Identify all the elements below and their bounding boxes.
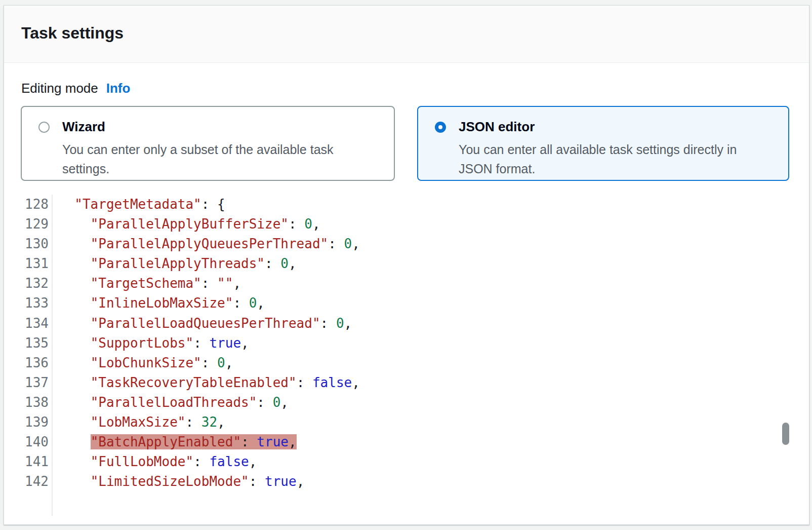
panel-header: Task settings bbox=[4, 6, 809, 63]
code-line-129[interactable]: 129 "ParallelApplyBufferSize": 0, bbox=[4, 214, 790, 234]
code-line-138[interactable]: 138 "ParallelLoadThreads": 0, bbox=[4, 393, 790, 412]
radio-selected-icon[interactable] bbox=[435, 122, 446, 133]
tile-json-editor-description: You can enter all available task setting… bbox=[459, 140, 762, 178]
radio-unselected-icon[interactable] bbox=[38, 122, 50, 133]
line-number[interactable]: 129 bbox=[4, 214, 53, 234]
code-text[interactable]: "InlineLobMaxSize": 0, bbox=[53, 293, 790, 313]
code-line-132[interactable]: 132 "TargetSchema": "", bbox=[4, 274, 790, 293]
tile-json-editor[interactable]: JSON editor You can enter all available … bbox=[417, 106, 789, 181]
line-number[interactable]: 136 bbox=[4, 353, 53, 373]
code-line-142[interactable]: 142 "LimitedSizeLobMode": true, bbox=[4, 472, 790, 491]
line-number[interactable]: 138 bbox=[4, 393, 53, 412]
tile-json-editor-head: JSON editor bbox=[435, 119, 774, 135]
editing-mode-label: Editing mode bbox=[21, 81, 98, 96]
highlighted-text: "BatchApplyEnabled": true, bbox=[91, 434, 297, 449]
line-number[interactable]: 131 bbox=[4, 254, 53, 274]
tile-wizard-head: Wizard bbox=[38, 119, 380, 135]
code-text[interactable]: "SupportLobs": true, bbox=[53, 333, 790, 353]
scrollbar-thumb[interactable] bbox=[782, 423, 789, 445]
line-number[interactable]: 140 bbox=[4, 432, 53, 452]
page-title: Task settings bbox=[21, 24, 124, 43]
code-text[interactable]: "ParallelLoadThreads": 0, bbox=[53, 393, 790, 412]
line-number[interactable]: 128 bbox=[4, 195, 53, 214]
code-text[interactable]: "BatchApplyEnabled": true, bbox=[53, 432, 790, 452]
line-number[interactable]: 139 bbox=[4, 412, 53, 432]
code-line-141[interactable]: 141 "FullLobMode": false, bbox=[4, 452, 790, 472]
code-line-139[interactable]: 139 "LobMaxSize": 32, bbox=[4, 412, 790, 432]
tile-wizard-title: Wizard bbox=[62, 119, 105, 135]
code-text[interactable]: "ParallelApplyQueuesPerThread": 0, bbox=[53, 234, 790, 254]
tile-wizard-description: You can enter only a subset of the avail… bbox=[62, 140, 366, 178]
editing-mode-row: Editing mode Info bbox=[21, 81, 130, 96]
line-number[interactable]: 137 bbox=[4, 373, 53, 393]
code-line-135[interactable]: 135 "SupportLobs": true, bbox=[4, 333, 790, 353]
line-number[interactable]: 134 bbox=[4, 314, 53, 333]
code-text[interactable]: "LobChunkSize": 0, bbox=[53, 353, 790, 373]
line-number[interactable]: 132 bbox=[4, 274, 53, 293]
code-line-140[interactable]: 140 "BatchApplyEnabled": true, bbox=[4, 432, 790, 452]
code-text[interactable]: "ParallelApplyThreads": 0, bbox=[53, 254, 790, 274]
code-line-134[interactable]: 134 "ParallelLoadQueuesPerThread": 0, bbox=[4, 314, 790, 333]
code-text[interactable]: "TargetMetadata": { bbox=[53, 195, 790, 214]
code-line-136[interactable]: 136 "LobChunkSize": 0, bbox=[4, 353, 790, 373]
task-settings-panel: Task settings Editing mode Info Wizard Y… bbox=[4, 5, 809, 525]
code-text[interactable]: "TaskRecoveryTableEnabled": false, bbox=[53, 373, 790, 393]
code-line-133[interactable]: 133 "InlineLobMaxSize": 0, bbox=[4, 293, 790, 313]
tile-json-editor-title: JSON editor bbox=[459, 119, 535, 135]
code-line-128[interactable]: 128 "TargetMetadata": { bbox=[4, 195, 790, 214]
code-lines: 128 "TargetMetadata": {129 "ParallelAppl… bbox=[4, 195, 790, 491]
gutter-tail bbox=[4, 491, 790, 516]
code-line-131[interactable]: 131 "ParallelApplyThreads": 0, bbox=[4, 254, 790, 274]
code-line-137[interactable]: 137 "TaskRecoveryTableEnabled": false, bbox=[4, 373, 790, 393]
code-text[interactable]: "ParallelLoadQueuesPerThread": 0, bbox=[53, 314, 790, 333]
json-code-editor[interactable]: 128 "TargetMetadata": {129 "ParallelAppl… bbox=[4, 195, 790, 516]
code-text[interactable]: "TargetSchema": "", bbox=[53, 274, 790, 293]
line-number[interactable]: 142 bbox=[4, 472, 53, 491]
editing-mode-tiles: Wizard You can enter only a subset of th… bbox=[21, 106, 789, 181]
line-number[interactable]: 130 bbox=[4, 234, 53, 254]
line-number[interactable]: 133 bbox=[4, 293, 53, 313]
code-line-130[interactable]: 130 "ParallelApplyQueuesPerThread": 0, bbox=[4, 234, 790, 254]
code-text[interactable]: "LimitedSizeLobMode": true, bbox=[53, 472, 790, 491]
code-text[interactable]: "LobMaxSize": 32, bbox=[53, 412, 790, 432]
code-text[interactable]: "FullLobMode": false, bbox=[53, 452, 790, 472]
code-text[interactable]: "ParallelApplyBufferSize": 0, bbox=[53, 214, 790, 234]
line-number[interactable]: 141 bbox=[4, 452, 53, 472]
line-number[interactable]: 135 bbox=[4, 333, 53, 353]
tile-wizard[interactable]: Wizard You can enter only a subset of th… bbox=[21, 106, 395, 181]
info-link[interactable]: Info bbox=[106, 81, 131, 96]
